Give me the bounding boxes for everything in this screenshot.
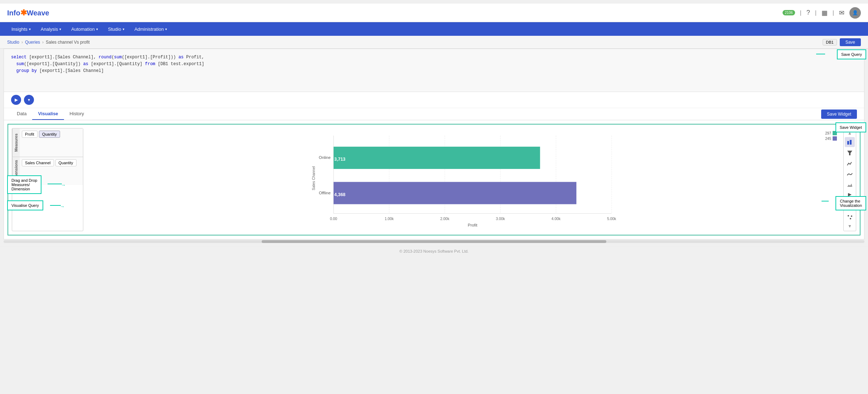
legend-dot-2 [833, 136, 837, 141]
visualise-query-annotation: Visualise Query [7, 200, 43, 210]
studio-arrow: ▾ [123, 27, 124, 31]
mail-icon[interactable]: ✉ [839, 9, 844, 17]
dropdown-button[interactable]: ▾ [24, 95, 34, 105]
menu-automation[interactable]: Automation ▾ [67, 24, 102, 34]
analysis-arrow: ▾ [59, 27, 61, 31]
legend-value-2: 245 [825, 137, 831, 141]
svg-rect-8 [850, 140, 852, 145]
menu-insights[interactable]: Insights ▾ [7, 24, 35, 34]
scrollbar-track[interactable] [4, 240, 864, 243]
breadcrumb-right: DB1 Save [823, 38, 861, 46]
divider2: | [815, 10, 817, 16]
administration-arrow: ▾ [165, 27, 167, 31]
menu-studio[interactable]: Studio ▾ [104, 24, 129, 34]
tabs: Data Visualise History [11, 108, 90, 120]
grid-icon[interactable]: ▦ [822, 9, 828, 17]
drag-drop-arrow [48, 184, 62, 184]
drag-drop-annotation: Drag and Drop Measures/ Dimension [7, 175, 41, 194]
svg-point-18 [851, 215, 852, 217]
user-avatar[interactable]: 👤 [849, 7, 861, 19]
quantity-tag[interactable]: Quantity [39, 131, 60, 138]
app-logo: Info✱Weave [7, 8, 49, 18]
wave-icon[interactable] [845, 169, 855, 179]
bar-online[interactable] [334, 147, 540, 169]
breadcrumb-current: Sales channel Vs profit [46, 40, 90, 45]
logo-weave: Weave [27, 9, 49, 17]
breadcrumb-studio[interactable]: Studio [7, 40, 19, 45]
x-tick-5: 5.00k [607, 217, 616, 221]
main-content: select [export1].[Sales Channel], round(… [4, 49, 864, 239]
svg-marker-12 [849, 193, 852, 196]
tab-data[interactable]: Data [11, 108, 32, 120]
tab-history[interactable]: History [64, 108, 90, 120]
code-editor[interactable]: select [export1].[Sales Channel], round(… [4, 49, 864, 92]
chart-area: 297 245 Sales Channel [86, 128, 840, 231]
menu-analysis[interactable]: Analysis ▾ [36, 24, 65, 34]
bar-chart-icon[interactable] [845, 137, 855, 147]
automation-arrow: ▾ [96, 27, 98, 31]
breadcrumb-queries[interactable]: Queries [25, 40, 40, 45]
quantity-dim-tag[interactable]: Quantity [55, 159, 77, 166]
x-tick-1: 1.00k [385, 217, 394, 221]
tab-visualise[interactable]: Visualise [32, 108, 64, 120]
x-tick-2: 2.00k [440, 217, 449, 221]
y-tick-online: Online [319, 155, 331, 160]
chart-legend: 297 245 [825, 131, 837, 141]
visualise-content: Measures Profit Quantity Dimensions Sale… [8, 124, 860, 235]
area-chart-icon[interactable] [845, 180, 855, 190]
profit-tag[interactable]: Profit [22, 131, 38, 138]
insights-arrow: ▾ [29, 27, 31, 31]
nav-icons: 2106 | ? | ▦ | ✉ 👤 [783, 7, 861, 19]
bar-offline-label: 4,368 [334, 192, 345, 197]
visualise-query-arrow [50, 205, 61, 206]
measures-label: Measures [12, 128, 20, 157]
x-axis-label: Profit [468, 223, 478, 227]
footer: © 2013-2023 Noesys Software Pvt. Ltd. [0, 247, 868, 256]
top-bar: Info✱Weave 2106 | ? | ▦ | ✉ 👤 [0, 4, 868, 22]
bar-offline[interactable] [334, 182, 576, 204]
copyright-text: © 2013-2023 Noesys Software Pvt. Ltd. [399, 249, 468, 253]
sales-channel-tag[interactable]: Sales Channel [22, 159, 54, 166]
viz-panel: ▲ [843, 128, 856, 231]
notification-badge[interactable]: 2106 [783, 10, 795, 15]
breadcrumb: Studio › Queries › Sales channel Vs prof… [7, 40, 90, 45]
x-tick-4: 4.00k [552, 217, 561, 221]
svg-point-17 [850, 218, 851, 219]
save-query-annotation: Save Query [837, 49, 866, 59]
save-query-arrow [816, 54, 825, 54]
change-viz-annotation: Change the Visualization [835, 196, 866, 210]
down-arrow-icon[interactable]: ▼ [847, 223, 853, 229]
help-icon[interactable]: ? [807, 9, 810, 16]
run-button[interactable]: ▶ [11, 95, 21, 105]
measures-section: Measures Profit Quantity [12, 128, 83, 157]
chart-svg: Sales Channel 3,713 [86, 128, 840, 228]
code-line-1: select [export1].[Sales Channel], round(… [11, 54, 857, 61]
legend-value-1: 297 [825, 131, 831, 135]
change-viz-arrow [822, 201, 829, 201]
svg-rect-7 [847, 141, 849, 145]
svg-marker-10 [847, 184, 852, 187]
measures-content: Profit Quantity [20, 128, 83, 157]
bar-online-label: 3,713 [334, 157, 345, 162]
save-query-button[interactable]: Save [840, 38, 861, 46]
y-tick-offline: Offline [319, 191, 331, 195]
svg-marker-9 [847, 151, 852, 155]
logo-info: Info [7, 9, 20, 17]
code-line-2: sum([export1].[Quantity]) as [export1].[… [11, 61, 857, 68]
tabs-bar: Data Visualise History Save Widget [4, 108, 864, 120]
scrollbar-thumb[interactable] [262, 240, 606, 243]
db-badge: DB1 [823, 39, 837, 45]
menu-administration[interactable]: Administration ▾ [130, 24, 171, 34]
scatter-plot-2-icon[interactable] [845, 212, 855, 222]
save-widget-button[interactable]: Save Widget [821, 110, 857, 119]
divider: | [800, 10, 802, 16]
breadcrumb-bar: Studio › Queries › Sales channel Vs prof… [0, 36, 868, 49]
editor-toolbar: ▶ ▾ [4, 92, 864, 108]
save-widget-annotation: Save Widget [835, 122, 866, 132]
menu-bar: Insights ▾ Analysis ▾ Automation ▾ Studi… [0, 22, 868, 36]
code-line-3: group by [export1].[Sales Channel] [11, 68, 857, 74]
funnel-icon[interactable] [845, 148, 855, 158]
legend-item-2: 245 [825, 136, 837, 141]
line-chart-icon[interactable] [845, 159, 855, 169]
x-tick-3: 3.00k [496, 217, 505, 221]
